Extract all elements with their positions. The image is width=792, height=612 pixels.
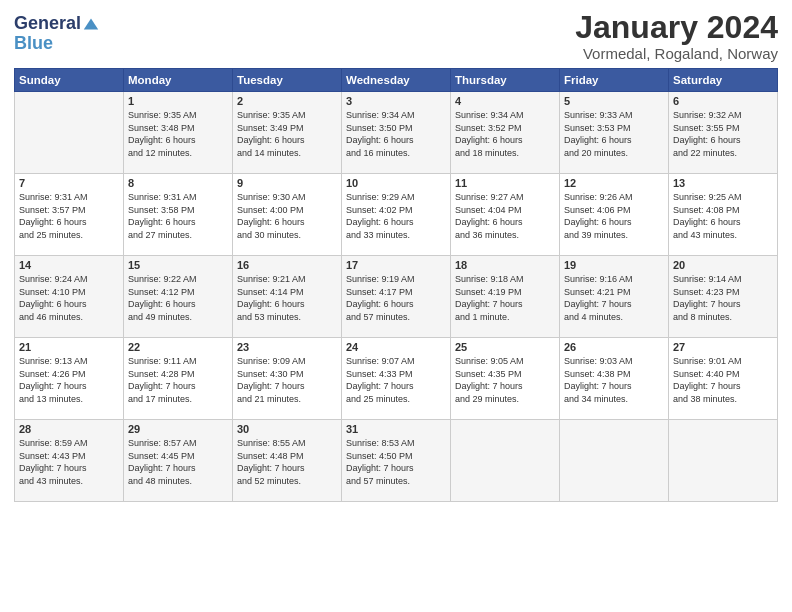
day-number: 2 [237,95,337,107]
calendar-cell: 14Sunrise: 9:24 AM Sunset: 4:10 PM Dayli… [15,256,124,338]
title-block: January 2024 Vormedal, Rogaland, Norway [575,10,778,62]
cell-content: Sunrise: 9:05 AM Sunset: 4:35 PM Dayligh… [455,355,555,405]
day-number: 16 [237,259,337,271]
location: Vormedal, Rogaland, Norway [575,45,778,62]
header: General Blue January 2024 Vormedal, Roga… [14,10,778,62]
calendar-cell: 5Sunrise: 9:33 AM Sunset: 3:53 PM Daylig… [560,92,669,174]
week-row-1: 1Sunrise: 9:35 AM Sunset: 3:48 PM Daylig… [15,92,778,174]
cell-content: Sunrise: 9:09 AM Sunset: 4:30 PM Dayligh… [237,355,337,405]
calendar-cell: 11Sunrise: 9:27 AM Sunset: 4:04 PM Dayli… [451,174,560,256]
logo-text: General [14,14,81,34]
day-number: 29 [128,423,228,435]
cell-content: Sunrise: 9:33 AM Sunset: 3:53 PM Dayligh… [564,109,664,159]
calendar-cell: 8Sunrise: 9:31 AM Sunset: 3:58 PM Daylig… [124,174,233,256]
week-row-3: 14Sunrise: 9:24 AM Sunset: 4:10 PM Dayli… [15,256,778,338]
cell-content: Sunrise: 9:32 AM Sunset: 3:55 PM Dayligh… [673,109,773,159]
day-header-thursday: Thursday [451,69,560,92]
cell-content: Sunrise: 9:31 AM Sunset: 3:57 PM Dayligh… [19,191,119,241]
day-number: 6 [673,95,773,107]
calendar-cell [560,420,669,502]
calendar-cell: 31Sunrise: 8:53 AM Sunset: 4:50 PM Dayli… [342,420,451,502]
day-number: 17 [346,259,446,271]
calendar-cell: 12Sunrise: 9:26 AM Sunset: 4:06 PM Dayli… [560,174,669,256]
cell-content: Sunrise: 9:16 AM Sunset: 4:21 PM Dayligh… [564,273,664,323]
day-number: 20 [673,259,773,271]
calendar-cell: 10Sunrise: 9:29 AM Sunset: 4:02 PM Dayli… [342,174,451,256]
calendar-cell [15,92,124,174]
day-number: 14 [19,259,119,271]
calendar-cell: 22Sunrise: 9:11 AM Sunset: 4:28 PM Dayli… [124,338,233,420]
cell-content: Sunrise: 9:35 AM Sunset: 3:48 PM Dayligh… [128,109,228,159]
cell-content: Sunrise: 8:57 AM Sunset: 4:45 PM Dayligh… [128,437,228,487]
day-number: 5 [564,95,664,107]
cell-content: Sunrise: 8:53 AM Sunset: 4:50 PM Dayligh… [346,437,446,487]
header-row: SundayMondayTuesdayWednesdayThursdayFrid… [15,69,778,92]
calendar-cell: 18Sunrise: 9:18 AM Sunset: 4:19 PM Dayli… [451,256,560,338]
day-number: 31 [346,423,446,435]
day-number: 18 [455,259,555,271]
day-number: 10 [346,177,446,189]
cell-content: Sunrise: 9:35 AM Sunset: 3:49 PM Dayligh… [237,109,337,159]
day-number: 8 [128,177,228,189]
day-number: 4 [455,95,555,107]
day-header-monday: Monday [124,69,233,92]
cell-content: Sunrise: 9:22 AM Sunset: 4:12 PM Dayligh… [128,273,228,323]
calendar-cell: 21Sunrise: 9:13 AM Sunset: 4:26 PM Dayli… [15,338,124,420]
month-title: January 2024 [575,10,778,45]
cell-content: Sunrise: 9:24 AM Sunset: 4:10 PM Dayligh… [19,273,119,323]
calendar-cell: 17Sunrise: 9:19 AM Sunset: 4:17 PM Dayli… [342,256,451,338]
day-number: 28 [19,423,119,435]
calendar-cell: 6Sunrise: 9:32 AM Sunset: 3:55 PM Daylig… [669,92,778,174]
calendar-cell: 23Sunrise: 9:09 AM Sunset: 4:30 PM Dayli… [233,338,342,420]
calendar-cell: 1Sunrise: 9:35 AM Sunset: 3:48 PM Daylig… [124,92,233,174]
day-number: 1 [128,95,228,107]
calendar-cell: 28Sunrise: 8:59 AM Sunset: 4:43 PM Dayli… [15,420,124,502]
svg-marker-0 [84,18,98,29]
day-number: 11 [455,177,555,189]
calendar-cell: 20Sunrise: 9:14 AM Sunset: 4:23 PM Dayli… [669,256,778,338]
calendar-cell: 19Sunrise: 9:16 AM Sunset: 4:21 PM Dayli… [560,256,669,338]
cell-content: Sunrise: 9:14 AM Sunset: 4:23 PM Dayligh… [673,273,773,323]
day-number: 24 [346,341,446,353]
cell-content: Sunrise: 9:07 AM Sunset: 4:33 PM Dayligh… [346,355,446,405]
logo-blue: Blue [14,34,100,54]
cell-content: Sunrise: 9:13 AM Sunset: 4:26 PM Dayligh… [19,355,119,405]
day-header-tuesday: Tuesday [233,69,342,92]
day-header-saturday: Saturday [669,69,778,92]
calendar-cell: 9Sunrise: 9:30 AM Sunset: 4:00 PM Daylig… [233,174,342,256]
day-number: 23 [237,341,337,353]
cell-content: Sunrise: 9:03 AM Sunset: 4:38 PM Dayligh… [564,355,664,405]
calendar-cell: 29Sunrise: 8:57 AM Sunset: 4:45 PM Dayli… [124,420,233,502]
week-row-4: 21Sunrise: 9:13 AM Sunset: 4:26 PM Dayli… [15,338,778,420]
day-header-sunday: Sunday [15,69,124,92]
day-number: 13 [673,177,773,189]
calendar-cell [669,420,778,502]
cell-content: Sunrise: 9:26 AM Sunset: 4:06 PM Dayligh… [564,191,664,241]
calendar-cell: 16Sunrise: 9:21 AM Sunset: 4:14 PM Dayli… [233,256,342,338]
cell-content: Sunrise: 9:19 AM Sunset: 4:17 PM Dayligh… [346,273,446,323]
page-container: General Blue January 2024 Vormedal, Roga… [0,0,792,612]
day-number: 22 [128,341,228,353]
cell-content: Sunrise: 9:21 AM Sunset: 4:14 PM Dayligh… [237,273,337,323]
day-number: 7 [19,177,119,189]
day-number: 15 [128,259,228,271]
cell-content: Sunrise: 9:18 AM Sunset: 4:19 PM Dayligh… [455,273,555,323]
calendar-cell: 27Sunrise: 9:01 AM Sunset: 4:40 PM Dayli… [669,338,778,420]
day-number: 12 [564,177,664,189]
calendar-cell: 3Sunrise: 9:34 AM Sunset: 3:50 PM Daylig… [342,92,451,174]
day-number: 21 [19,341,119,353]
day-number: 30 [237,423,337,435]
week-row-2: 7Sunrise: 9:31 AM Sunset: 3:57 PM Daylig… [15,174,778,256]
day-number: 19 [564,259,664,271]
calendar-table: SundayMondayTuesdayWednesdayThursdayFrid… [14,68,778,502]
cell-content: Sunrise: 9:30 AM Sunset: 4:00 PM Dayligh… [237,191,337,241]
cell-content: Sunrise: 8:55 AM Sunset: 4:48 PM Dayligh… [237,437,337,487]
calendar-cell: 26Sunrise: 9:03 AM Sunset: 4:38 PM Dayli… [560,338,669,420]
day-number: 25 [455,341,555,353]
cell-content: Sunrise: 8:59 AM Sunset: 4:43 PM Dayligh… [19,437,119,487]
cell-content: Sunrise: 9:34 AM Sunset: 3:50 PM Dayligh… [346,109,446,159]
cell-content: Sunrise: 9:27 AM Sunset: 4:04 PM Dayligh… [455,191,555,241]
calendar-cell: 25Sunrise: 9:05 AM Sunset: 4:35 PM Dayli… [451,338,560,420]
calendar-cell: 7Sunrise: 9:31 AM Sunset: 3:57 PM Daylig… [15,174,124,256]
day-number: 3 [346,95,446,107]
